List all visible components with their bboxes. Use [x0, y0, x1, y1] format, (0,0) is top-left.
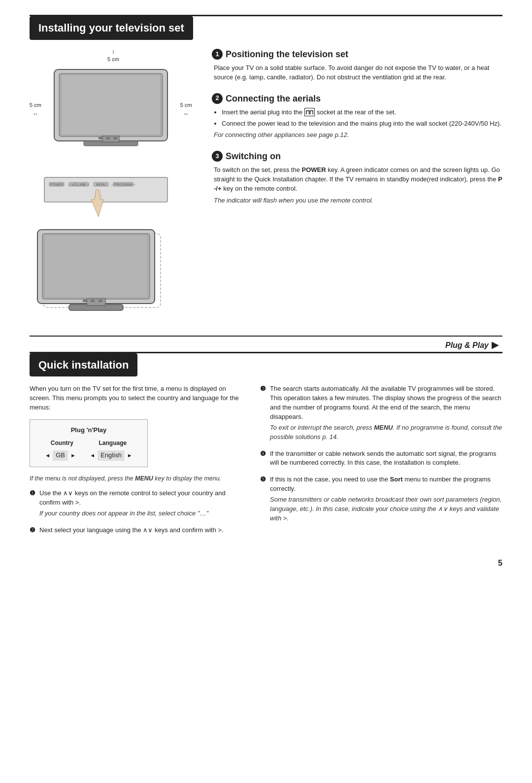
- tv-diagram-bottom: [30, 225, 197, 321]
- menu-country-text: GB: [53, 450, 68, 461]
- qi-step5: ❺ If this is not the case, you need to u…: [260, 475, 502, 524]
- menu-mockup: Plug 'n'Play Country Language ◄ GB ► ◄ E…: [30, 419, 148, 467]
- step-aerials: 2 Connecting the aerials Insert the aeri…: [212, 92, 502, 140]
- dim-left: 5 cm ↔: [30, 102, 41, 118]
- svg-rect-24: [83, 300, 87, 302]
- installing-section: Installing your television set ↕ 5 cm 5 …: [30, 15, 502, 321]
- svg-text:MENU: MENU: [96, 183, 106, 186]
- svg-rect-5: [99, 137, 102, 139]
- svg-rect-23: [87, 299, 105, 306]
- quick-content: When you turn on the TV set for the firs…: [30, 384, 502, 542]
- qi-step3: ❸ The search starts automatically. All t…: [260, 384, 502, 443]
- hand-svg: POWER – VOLUME + MENU – PROGRAM +: [34, 163, 177, 217]
- plug-play-badge: Plug & Play ▶: [445, 339, 499, 351]
- quick-right-col: ❸ The search starts automatically. All t…: [260, 384, 502, 542]
- qi-step2: ❷ Next select your language using the ∧∨…: [30, 526, 246, 537]
- tv-bottom-svg: [30, 225, 172, 318]
- quick-header: Quick installation: [30, 353, 137, 377]
- step2-title: 2 Connecting the aerials: [212, 92, 502, 105]
- svg-text:– VOLUME +: – VOLUME +: [68, 183, 89, 186]
- step2-bullet1: Insert the aerial plug into the ⊓⊓ socke…: [222, 108, 502, 117]
- menu-language-value: ◄ English ►: [90, 450, 132, 461]
- installing-header: Installing your television set: [30, 16, 193, 40]
- step1-body: Place your TV on a solid stable surface.…: [212, 64, 502, 82]
- tv-diagram-row: 5 cm ↔: [30, 65, 197, 156]
- plug-play-label: Plug & Play: [445, 340, 489, 351]
- instructions-col: 1 Positioning the television set Place y…: [212, 48, 502, 321]
- step1-title: 1 Positioning the television set: [212, 48, 502, 61]
- svg-rect-25: [91, 300, 95, 302]
- menu-country-value: ◄ GB ►: [45, 450, 76, 461]
- svg-rect-2: [62, 75, 160, 135]
- svg-text:– PROGRAM +: – PROGRAM +: [111, 183, 135, 186]
- step-switching: 3 Switching on To switch on the set, pre…: [212, 150, 502, 205]
- svg-rect-7: [113, 137, 117, 139]
- menu-language-text: English: [98, 450, 125, 461]
- page-number: 5: [30, 557, 502, 569]
- step2-number: 2: [212, 93, 223, 104]
- menu-title: Plug 'n'Play: [38, 426, 139, 435]
- tv-diagram-top-container: ↕ 5 cm 5 cm ↔: [30, 48, 197, 156]
- tv-diagrams: ↕ 5 cm 5 cm ↔: [30, 48, 197, 321]
- dim-top-label: ↕ 5 cm: [30, 48, 197, 64]
- plug-play-arrow-icon: ▶: [492, 339, 499, 351]
- step3-title: 3 Switching on: [212, 150, 502, 163]
- section-divider: [30, 336, 502, 337]
- quick-section: Quick installation When you turn on the …: [30, 352, 502, 543]
- svg-rect-8: [44, 177, 167, 202]
- menu-header-row: Country Language: [38, 439, 139, 447]
- step-positioning: 1 Positioning the television set Place y…: [212, 48, 502, 82]
- menu-col2-header: Language: [99, 439, 127, 447]
- menu-values-row: ◄ GB ► ◄ English ►: [38, 450, 139, 461]
- svg-text:POWER: POWER: [50, 183, 63, 186]
- qi-step1: ❶ Use the ∧∨ keys on the remote control …: [30, 489, 246, 520]
- step3-body: To switch on the set, press the POWER ke…: [212, 166, 502, 205]
- quick-left-col: When you turn on the TV set for the firs…: [30, 384, 246, 542]
- installing-content: ↕ 5 cm 5 cm ↔: [30, 48, 502, 321]
- step2-bullet2: Connect the power lead to the television…: [222, 119, 502, 129]
- menu-note: If the menu is not displayed, press the …: [30, 474, 246, 483]
- svg-rect-26: [99, 300, 102, 302]
- step1-number: 1: [212, 49, 223, 60]
- step2-body: Insert the aerial plug into the ⊓⊓ socke…: [212, 108, 502, 140]
- svg-rect-21: [45, 236, 147, 297]
- menu-col1-header: Country: [51, 439, 73, 447]
- tv-diagram-hand: POWER – VOLUME + MENU – PROGRAM +: [34, 163, 197, 220]
- dim-right: 5 cm ↔: [180, 102, 192, 118]
- quick-intro: When you turn on the TV set for the firs…: [30, 384, 246, 412]
- svg-rect-6: [106, 137, 110, 139]
- step3-number: 3: [212, 151, 223, 162]
- qi-step4: ❹ If the transmitter or cable network se…: [260, 449, 502, 470]
- tv-diagram-svg-top: [44, 65, 177, 156]
- plug-play-bar: Plug & Play ▶: [30, 339, 502, 351]
